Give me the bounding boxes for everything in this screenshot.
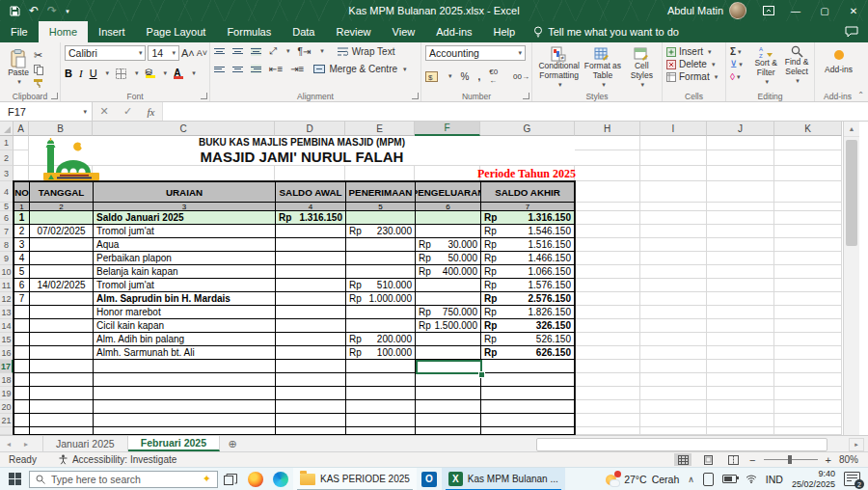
cell[interactable] (707, 373, 774, 387)
cell[interactable] (575, 373, 640, 387)
horizontal-scroll-thumb[interactable] (536, 438, 827, 451)
col-tanggal[interactable]: TANGGAL (30, 182, 94, 203)
cell[interactable] (774, 150, 842, 166)
col-no[interactable]: NO (14, 182, 30, 203)
italic-button[interactable]: I (79, 68, 83, 79)
cell[interactable] (416, 225, 481, 238)
cell[interactable] (94, 373, 276, 387)
cell[interactable] (276, 387, 346, 400)
row-header-15[interactable]: 15 (0, 333, 14, 346)
cell[interactable] (481, 360, 574, 373)
col-saldo-akhir[interactable]: SALDO AKHIR (481, 182, 574, 203)
cell[interactable] (707, 150, 774, 166)
cell[interactable] (707, 181, 774, 203)
language-indicator[interactable]: IND (766, 474, 783, 485)
cell[interactable]: Rp1.066.150 (481, 265, 574, 279)
search-highlights-icon[interactable]: ✦ (203, 473, 211, 485)
cell[interactable] (481, 400, 574, 414)
battery-icon[interactable] (722, 475, 737, 483)
cell[interactable] (416, 333, 481, 346)
action-center-icon[interactable]: 2 (844, 472, 860, 486)
column-header-J[interactable]: J (707, 122, 774, 136)
cell[interactable] (640, 252, 707, 265)
cell[interactable] (30, 238, 94, 252)
cell[interactable]: Alm. Adih bin palang (94, 333, 276, 346)
column-header-H[interactable]: H (575, 122, 640, 136)
cell[interactable] (276, 360, 346, 373)
cell[interactable]: Rp200.000 (346, 333, 416, 346)
ribbon-tab-home[interactable]: Home (39, 21, 88, 42)
cell[interactable] (707, 252, 774, 265)
row-header-13[interactable]: 13 (0, 306, 14, 319)
format-painter-icon[interactable] (33, 78, 43, 88)
font-dialog-launcher[interactable] (201, 93, 207, 99)
weather-widget[interactable]: 27°C Cerah (606, 473, 679, 486)
restore-button[interactable]: ▢ (810, 0, 839, 21)
scroll-right-icon[interactable]: ▸ (849, 438, 864, 451)
cell[interactable] (276, 400, 346, 414)
cell[interactable]: Rp326.150 (481, 319, 574, 333)
col-number[interactable]: 4 (276, 203, 346, 211)
cell[interactable] (14, 346, 30, 360)
cell[interactable] (416, 427, 481, 435)
cell[interactable] (640, 373, 707, 387)
zoom-slider[interactable] (764, 459, 818, 460)
cell[interactable] (276, 252, 346, 265)
col-penerimaan[interactable]: PENERIMAAN (346, 182, 416, 203)
cell[interactable] (774, 211, 842, 225)
cell[interactable] (94, 400, 276, 414)
paste-button[interactable]: Paste▾ (4, 49, 33, 86)
cell[interactable]: Alm. Saprudin bin H. Mardais (94, 292, 276, 306)
excel-window-button[interactable]: X Kas MPM Bulanan ... (442, 468, 565, 490)
cell[interactable] (14, 387, 30, 400)
cell[interactable] (416, 414, 481, 427)
column-header-I[interactable]: I (640, 122, 707, 136)
page-break-view-icon[interactable] (724, 453, 742, 466)
column-header-A[interactable]: A (14, 122, 29, 136)
cell[interactable] (707, 387, 774, 400)
align-middle-icon[interactable] (232, 47, 243, 56)
cell[interactable] (707, 203, 774, 211)
row-header-2[interactable]: 2 (0, 150, 14, 166)
cell[interactable] (416, 279, 481, 292)
row-header-17[interactable]: 17 (0, 360, 14, 373)
cell[interactable] (640, 346, 707, 360)
cell[interactable] (774, 346, 842, 360)
text-direction-icon[interactable]: ¶⇥ (298, 46, 312, 57)
cell[interactable] (707, 427, 774, 435)
cell[interactable]: Rp1.516.150 (481, 238, 574, 252)
number-dialog-launcher[interactable] (523, 93, 529, 99)
cell[interactable] (575, 279, 640, 292)
delete-cells-button[interactable]: Delete▾ (666, 59, 723, 69)
grid-area[interactable]: 123456789101112131415161718192021BUKU KA… (0, 136, 843, 435)
cell[interactable] (575, 150, 640, 166)
cell[interactable] (346, 414, 416, 427)
cell[interactable] (94, 414, 276, 427)
column-header-B[interactable]: B (29, 122, 93, 136)
row-header-18[interactable]: 18 (0, 373, 14, 387)
cell[interactable] (575, 252, 640, 265)
sheet-tab-februari-2025[interactable]: Februari 2025 (128, 436, 220, 451)
cell[interactable] (707, 306, 774, 319)
borders-icon[interactable] (116, 68, 126, 79)
font-name-select[interactable]: Calibri▾ (65, 45, 146, 61)
cell[interactable] (481, 373, 574, 387)
fill-color-icon[interactable]: ⛁ (146, 68, 155, 78)
cell[interactable] (640, 360, 707, 373)
cell[interactable] (640, 225, 707, 238)
cell[interactable] (707, 166, 774, 181)
cell[interactable] (30, 319, 94, 333)
cell[interactable] (30, 360, 94, 373)
cell[interactable] (640, 387, 707, 400)
cell[interactable]: Honor marebot (94, 306, 276, 319)
cell[interactable] (575, 360, 640, 373)
cell[interactable] (707, 211, 774, 225)
task-view-icon[interactable] (218, 468, 243, 490)
font-color-icon[interactable]: A (174, 68, 183, 79)
cell[interactable] (275, 166, 345, 181)
format-cells-button[interactable]: Format▾ (666, 71, 723, 82)
cell[interactable] (640, 306, 707, 319)
cell[interactable] (774, 414, 842, 427)
firefox-icon[interactable] (243, 468, 268, 490)
bold-button[interactable]: B (65, 68, 72, 79)
